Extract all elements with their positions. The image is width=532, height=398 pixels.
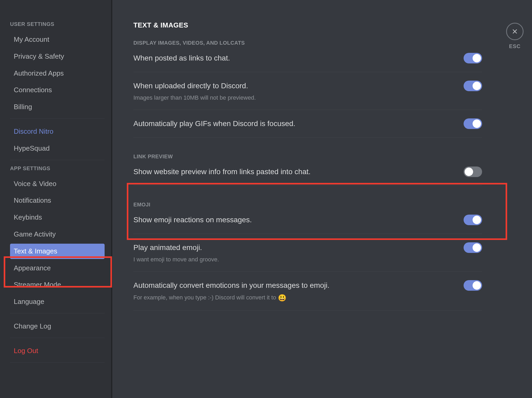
toggle-convert-emoticons[interactable] (464, 280, 482, 291)
setting-posted-as-links: When posted as links to chat. (133, 53, 482, 72)
user-settings-header: User Settings (10, 21, 105, 27)
sidebar-item-log-out[interactable]: Log Out (10, 343, 105, 359)
app-settings-header: App Settings (10, 165, 105, 172)
sidebar-item-text-images[interactable]: Text & Images (10, 244, 105, 259)
section-link-preview: Link Preview Show website preview info f… (133, 154, 482, 186)
sidebar-item-language[interactable]: Language (10, 294, 105, 309)
sidebar-item-streamer-mode[interactable]: Streamer Mode (10, 277, 105, 293)
sidebar-item-appearance[interactable]: Appearance (10, 261, 105, 276)
sidebar-item-billing[interactable]: Billing (10, 99, 105, 115)
toggle-uploaded-directly[interactable] (464, 81, 482, 91)
sidebar-item-notifications[interactable]: Notifications (10, 193, 105, 208)
close-area: ESC (506, 23, 524, 49)
sidebar-item-authorized-apps[interactable]: Authorized Apps (10, 66, 105, 81)
setting-label: Show emoji reactions on messages. (133, 215, 252, 225)
close-label: ESC (506, 43, 524, 49)
setting-auto-play-gifs: Automatically play GIFs when Discord is … (133, 118, 482, 138)
sidebar-item-connections[interactable]: Connections (10, 82, 105, 98)
setting-note: I want emoji to move and groove. (133, 256, 482, 263)
setting-link-preview: Show website preview info from links pas… (133, 166, 482, 186)
setting-convert-emoticons: Automatically convert emoticons in your … (133, 280, 482, 311)
smile-emoji-icon: 😃 (278, 294, 286, 302)
sidebar-divider (10, 338, 105, 338)
sidebar-divider (10, 313, 105, 313)
section-display-images: Display Images, Videos, and Lolcats When… (133, 40, 482, 138)
sidebar-item-privacy-safety[interactable]: Privacy & Safety (10, 49, 105, 64)
settings-content: ESC Text & Images Display Images, Videos… (112, 0, 532, 398)
sidebar-item-game-activity[interactable]: Game Activity (10, 227, 105, 242)
setting-emoji-reactions: Show emoji reactions on messages. (133, 215, 482, 234)
close-icon (511, 28, 518, 35)
sidebar-item-my-account[interactable]: My Account (10, 32, 105, 47)
section-header-link-preview: Link Preview (133, 154, 482, 160)
sidebar-item-change-log[interactable]: Change Log (10, 319, 105, 334)
section-header-display: Display Images, Videos, and Lolcats (133, 40, 482, 46)
setting-note: Images larger than 10MB will not be prev… (133, 94, 482, 101)
settings-sidebar: User Settings My Account Privacy & Safet… (0, 0, 112, 398)
setting-uploaded-directly: When uploaded directly to Discord. Image… (133, 81, 482, 110)
setting-label: Play animated emoji. (133, 243, 202, 252)
sidebar-divider (10, 160, 105, 160)
sidebar-item-discord-nitro[interactable]: Discord Nitro (10, 124, 105, 139)
toggle-posted-as-links[interactable] (464, 53, 482, 63)
toggle-emoji-reactions[interactable] (464, 215, 482, 225)
section-header-emoji: Emoji (133, 202, 482, 208)
setting-animated-emoji: Play animated emoji. I want emoji to mov… (133, 242, 482, 272)
setting-label: Show website preview info from links pas… (133, 167, 311, 177)
setting-note: For example, when you type :-) Discord w… (133, 294, 482, 302)
sidebar-divider (10, 362, 105, 363)
sidebar-item-hypesquad[interactable]: HypeSquad (10, 141, 105, 156)
setting-label: When posted as links to chat. (133, 53, 230, 63)
page-title: Text & Images (133, 21, 511, 29)
setting-label: When uploaded directly to Discord. (133, 81, 248, 91)
setting-label: Automatically convert emoticons in your … (133, 281, 329, 290)
section-emoji: Emoji Show emoji reactions on messages. … (133, 202, 482, 311)
toggle-auto-play-gifs[interactable] (464, 118, 482, 129)
setting-label: Automatically play GIFs when Discord is … (133, 119, 295, 128)
close-button[interactable] (506, 23, 524, 40)
sidebar-item-keybinds[interactable]: Keybinds (10, 210, 105, 225)
sidebar-item-voice-video[interactable]: Voice & Video (10, 176, 105, 192)
sidebar-divider (10, 118, 105, 119)
toggle-link-preview[interactable] (464, 166, 482, 177)
toggle-animated-emoji[interactable] (464, 242, 482, 253)
